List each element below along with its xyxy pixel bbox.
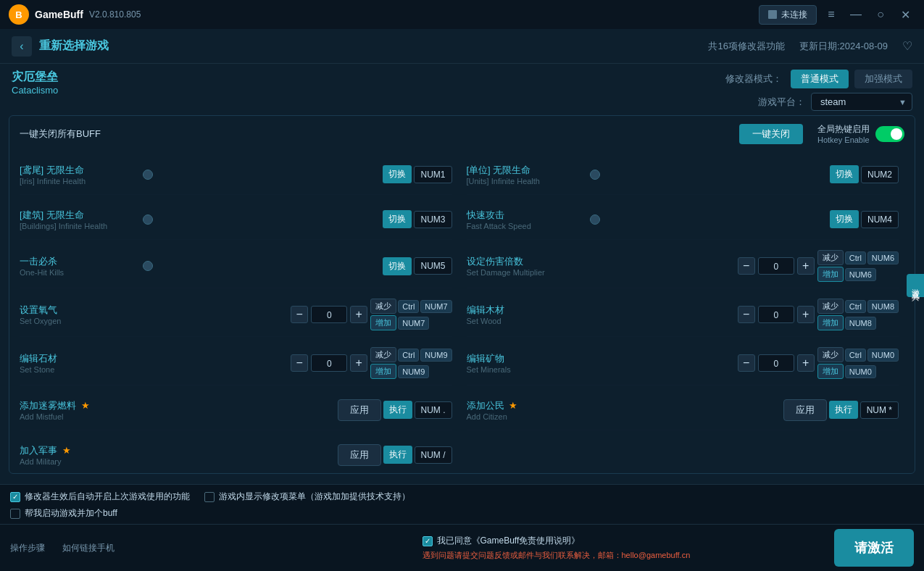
platform-label: 游戏平台： xyxy=(758,96,805,109)
back-button[interactable]: ‹ xyxy=(12,36,32,57)
maximize-button[interactable]: ○ xyxy=(870,4,891,25)
favorite-icon[interactable]: ♡ xyxy=(902,39,912,53)
mod-onehit-indicator xyxy=(143,261,153,271)
mod-stone-reduce-label: 减少 xyxy=(370,347,396,362)
auto-enable-checkbox[interactable]: ✓ 修改器生效后自动开启上次游戏使用的功能 xyxy=(10,491,190,503)
mod-iris-toggle-btn[interactable]: 切换 xyxy=(383,165,412,183)
mod-minerals-value: 0 xyxy=(758,354,794,372)
hotkey-toggle[interactable] xyxy=(875,126,904,142)
ingame-menu-cb-icon xyxy=(204,492,215,502)
mod-dmg-cn: 设定伤害倍数 xyxy=(467,255,583,268)
mod-military-exec-btn[interactable]: 执行 xyxy=(383,446,412,464)
mod-wood-reduce-label: 减少 xyxy=(817,299,844,314)
mod-stone-minus[interactable]: − xyxy=(291,354,308,372)
mod-military-cn: 加入军事 ★ xyxy=(20,444,136,457)
mod-onehit-info: 一击必杀 One-Hit Kills xyxy=(20,255,136,277)
mod-dmg-add-label: 增加 xyxy=(817,267,844,282)
mod-oxygen-value: 0 xyxy=(311,306,347,323)
mod-fast-toggle-btn[interactable]: 切换 xyxy=(830,210,859,228)
mod-fast-indicator xyxy=(590,214,600,225)
activate-button[interactable]: 请激活 xyxy=(834,529,914,567)
modifier-units-health: [单位] 无限生命 [Units] Infinite Health 切换 NUM… xyxy=(467,154,899,195)
close-button[interactable]: ✕ xyxy=(895,4,915,25)
mod-wood-add-row: 增加 NUM8 xyxy=(817,315,899,330)
mod-dmg-plus[interactable]: + xyxy=(797,257,815,275)
mod-military-info: 加入军事 ★ Add Military xyxy=(20,444,136,466)
mod-units-controls: 切换 NUM2 xyxy=(830,165,899,183)
checkmark-icon: ✓ xyxy=(12,493,18,501)
side-tab[interactable]: 游戏工具 xyxy=(907,274,924,297)
star-icon-citizen: ★ xyxy=(509,400,517,411)
mod-military-apply-btn[interactable]: 应用 xyxy=(338,444,381,466)
mod-military-key: NUM / xyxy=(415,446,452,464)
modifier-citizen: 添加公民 ★ Add Citizen 应用 执行 NUM * xyxy=(467,390,899,430)
platform-select-wrapper: steam ▼ xyxy=(811,93,912,111)
mod-mist-key: NUM . xyxy=(415,401,452,419)
one-key-label: 一键关闭所有BUFF xyxy=(20,128,101,141)
mod-units-key: NUM2 xyxy=(861,166,899,183)
mod-oxygen-reduce-label: 减少 xyxy=(370,299,396,314)
mod-wood-stepper: − 0 + xyxy=(738,306,815,323)
mod-units-info: [单位] 无限生命 [Units] Infinite Health xyxy=(467,164,583,186)
mod-minerals-reduce-row: 减少 Ctrl NUM0 xyxy=(817,347,899,362)
mod-wood-plus[interactable]: + xyxy=(797,306,815,323)
menu-button[interactable]: ≡ xyxy=(821,4,841,25)
minimize-button[interactable]: — xyxy=(846,4,866,25)
mod-mist-exec-btn[interactable]: 执行 xyxy=(383,401,412,419)
modifier-grid: [鸢尾] 无限生命 [Iris] Infinite Health 切换 NUM1… xyxy=(20,154,899,466)
update-date: 更新日期:2024-08-09 xyxy=(799,40,888,53)
modifier-damage-mult: 设定伤害倍数 Set Damage Multiplier − 0 + 减少 xyxy=(467,244,899,288)
platform-selector: 游戏平台： steam ▼ xyxy=(758,93,912,111)
mod-buildings-toggle-btn[interactable]: 切换 xyxy=(383,210,412,228)
mod-units-toggle-btn[interactable]: 切换 xyxy=(830,165,859,183)
mod-fast-cn: 快速攻击 xyxy=(467,209,583,222)
mod-wood-cn: 编辑木材 xyxy=(467,304,583,317)
mod-iris-key: NUM1 xyxy=(414,166,451,183)
mod-minerals-minus[interactable]: − xyxy=(738,354,755,372)
titlebar: B GameBuff V2.0.810.805 未连接 ≡ — ○ ✕ xyxy=(0,0,924,29)
mod-minerals-reduce-label: 减少 xyxy=(817,347,844,362)
mod-stone-value: 0 xyxy=(311,354,347,372)
mod-citizen-exec-btn[interactable]: 执行 xyxy=(829,401,858,419)
mod-wood-controls: − 0 + 减少 Ctrl NUM8 增加 xyxy=(738,299,899,330)
mod-iris-controls: 切换 NUM1 xyxy=(383,165,451,183)
mod-wood-keys: 减少 Ctrl NUM8 增加 NUM8 xyxy=(817,299,899,330)
app-title: GameBuff xyxy=(35,9,83,20)
normal-mode-button[interactable]: 普通模式 xyxy=(791,70,849,88)
one-key-button[interactable]: 一键关闭 xyxy=(739,124,803,144)
mod-wood-minus[interactable]: − xyxy=(738,306,755,323)
game-name-cn: 灾厄堡垒 xyxy=(12,70,725,85)
mod-mist-apply-btn[interactable]: 应用 xyxy=(338,399,381,421)
mod-oxygen-num7-key1: NUM7 xyxy=(420,300,451,313)
mod-iris-cn: [鸢尾] 无限生命 xyxy=(20,164,136,177)
mod-units-en: [Units] Infinite Health xyxy=(467,177,583,186)
launch-game-checkbox[interactable]: 帮我启动游戏并加个buff xyxy=(10,507,117,520)
mod-minerals-keys: 减少 Ctrl NUM0 增加 NUM0 xyxy=(817,347,899,379)
mod-dmg-minus[interactable]: − xyxy=(738,257,755,275)
modifier-buildings-health: [建筑] 无限生命 [Buildings] Infinite Health 切换… xyxy=(20,199,452,240)
mod-citizen-en: Add Citizen xyxy=(467,412,583,421)
mod-dmg-value: 0 xyxy=(758,257,794,275)
platform-select[interactable]: steam xyxy=(811,93,912,111)
mod-dmg-controls: − 0 + 减少 Ctrl NUM6 增加 xyxy=(738,250,899,282)
mod-stone-controls: − 0 + 减少 Ctrl NUM9 增加 xyxy=(291,347,451,379)
enhanced-mode-button[interactable]: 加强模式 xyxy=(854,70,912,88)
steps-link[interactable]: 操作步骤 xyxy=(10,542,45,554)
connect-button[interactable]: 未连接 xyxy=(759,5,817,25)
mod-stone-plus[interactable]: + xyxy=(350,354,367,372)
mod-onehit-toggle-btn[interactable]: 切换 xyxy=(383,257,412,275)
mod-minerals-plus[interactable]: + xyxy=(797,354,815,372)
mod-minerals-controls: − 0 + 减少 Ctrl NUM0 增加 xyxy=(738,347,899,379)
modifier-stone: 编辑石材 Set Stone − 0 + 减少 Ctrl xyxy=(20,341,452,385)
ingame-menu-checkbox[interactable]: 游戏内显示修改项菜单（游戏加加提供技术支持） xyxy=(204,491,410,503)
mod-stone-ctrl-key: Ctrl xyxy=(398,349,419,362)
mod-dmg-ctrl-key: Ctrl xyxy=(845,251,866,264)
footer-agree-area: ✓ 我已同意《GameBuff免责使用说明》 遇到问题请提交问题反馈或邮件与我们… xyxy=(423,535,835,561)
modifier-mistfuel: 添加迷雾燃料 ★ Add Mistfuel 应用 执行 NUM . xyxy=(20,390,452,430)
modifier-oxygen: 设置氧气 Set Oxygen − 0 + 减少 Ctrl xyxy=(20,293,452,337)
agree-checkbox[interactable]: ✓ 我已同意《GameBuff免责使用说明》 xyxy=(423,535,580,547)
mod-oxygen-minus[interactable]: − xyxy=(291,306,308,323)
mod-citizen-apply-btn[interactable]: 应用 xyxy=(783,399,827,421)
mod-oxygen-plus[interactable]: + xyxy=(350,306,367,323)
connect-phone-link[interactable]: 如何链接手机 xyxy=(62,542,115,554)
